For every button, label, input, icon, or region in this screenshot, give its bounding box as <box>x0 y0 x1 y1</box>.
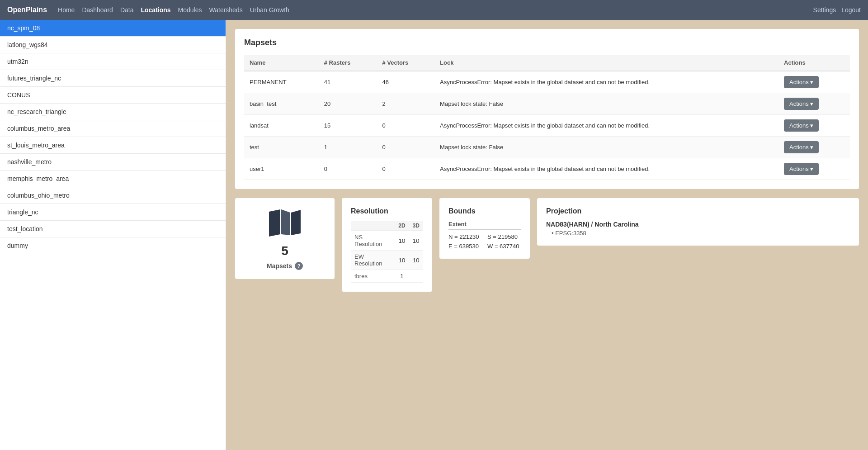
res-ew-label: EW Resolution <box>351 251 395 270</box>
projection-card: Projection NAD83(HARN) / North Carolina … <box>537 198 859 246</box>
table-row: basin_test 20 2 Mapset lock state: False… <box>244 93 850 115</box>
sidebar: nc_spm_08 latlong_wgs84 utm32n futures_t… <box>0 20 226 450</box>
svg-marker-1 <box>281 209 290 235</box>
content-area: Mapsets Name # Rasters # Vectors Lock Ac… <box>226 20 868 450</box>
res-col-2d: 2D <box>395 221 409 231</box>
svg-marker-0 <box>269 209 280 237</box>
cell-rasters: 20 <box>319 93 377 115</box>
nav-data[interactable]: Data <box>120 5 134 15</box>
nav-links: Home Dashboard Data Locations Modules Wa… <box>58 5 813 15</box>
resolution-table: 2D 3D NS Resolution 10 10 EW Resolution … <box>351 221 423 283</box>
nav-dashboard[interactable]: Dashboard <box>82 5 113 15</box>
cell-vectors: 46 <box>377 71 434 93</box>
map-icon <box>267 207 303 240</box>
projection-name: NAD83(HARN) / North Carolina <box>546 221 850 228</box>
sidebar-item-st_louis_metro_area[interactable]: st_louis_metro_area <box>0 137 226 154</box>
cell-vectors: 2 <box>377 93 434 115</box>
extent-label: Extent <box>448 221 521 230</box>
bounds-w: W = 637740 <box>487 243 521 250</box>
logout-link[interactable]: Logout <box>841 6 861 14</box>
actions-button-4[interactable]: Actions ▾ <box>784 163 819 175</box>
sidebar-item-utm32n[interactable]: utm32n <box>0 53 226 70</box>
actions-button-2[interactable]: Actions ▾ <box>784 119 819 132</box>
sidebar-item-memphis_metro_area[interactable]: memphis_metro_area <box>0 171 226 187</box>
res-row-tbres: tbres 1 <box>351 270 423 283</box>
cell-lock: AsyncProcessError: Mapset exists in the … <box>434 115 778 137</box>
mapsets-count: 5 <box>281 244 288 258</box>
cell-name: user1 <box>244 158 319 180</box>
cell-rasters: 1 <box>319 137 377 158</box>
table-row: user1 0 0 AsyncProcessError: Mapset exis… <box>244 158 850 180</box>
cell-actions: Actions ▾ <box>778 71 850 93</box>
col-rasters: # Rasters <box>319 55 377 71</box>
mapsets-label-row: Mapsets ? <box>267 262 303 270</box>
bounds-n: N = 221230 <box>448 233 482 240</box>
sidebar-item-nc_research_triangle[interactable]: nc_research_triangle <box>0 104 226 120</box>
res-tbres-2d: 1 <box>395 270 409 283</box>
bounds-title: Bounds <box>448 207 521 215</box>
sidebar-item-columbus_ohio_metro[interactable]: columbus_ohio_metro <box>0 187 226 204</box>
cell-actions: Actions ▾ <box>778 158 850 180</box>
nav-watersheds[interactable]: Watersheds <box>209 5 243 15</box>
main-layout: nc_spm_08 latlong_wgs84 utm32n futures_t… <box>0 20 868 450</box>
table-row: landsat 15 0 AsyncProcessError: Mapset e… <box>244 115 850 137</box>
sidebar-item-dummy[interactable]: dummy <box>0 237 226 254</box>
sidebar-item-nashville_metro[interactable]: nashville_metro <box>0 154 226 171</box>
nav-modules[interactable]: Modules <box>178 5 202 15</box>
actions-button-3[interactable]: Actions ▾ <box>784 141 819 153</box>
cell-lock: AsyncProcessError: Mapset exists in the … <box>434 158 778 180</box>
cell-vectors: 0 <box>377 115 434 137</box>
sidebar-item-test_location[interactable]: test_location <box>0 221 226 237</box>
projection-title: Projection <box>546 207 850 215</box>
bounds-grid: N = 221230 S = 219580 E = 639530 W = 637… <box>448 233 521 250</box>
res-ew-2d: 10 <box>395 251 409 270</box>
cell-actions: Actions ▾ <box>778 115 850 137</box>
table-row: test 1 0 Mapset lock state: False Action… <box>244 137 850 158</box>
mapsets-icon-card: 5 Mapsets ? <box>235 198 335 279</box>
brand-logo: OpenPlains <box>7 6 47 14</box>
cell-name: test <box>244 137 319 158</box>
mapsets-help-button[interactable]: ? <box>295 262 303 270</box>
table-row: PERMANENT 41 46 AsyncProcessError: Mapse… <box>244 71 850 93</box>
cell-name: landsat <box>244 115 319 137</box>
mapsets-card: Mapsets Name # Rasters # Vectors Lock Ac… <box>235 29 859 189</box>
cell-actions: Actions ▾ <box>778 137 850 158</box>
actions-button-0[interactable]: Actions ▾ <box>784 76 819 88</box>
resolution-title: Resolution <box>351 207 423 215</box>
nav-home[interactable]: Home <box>58 5 75 15</box>
res-col-3d: 3D <box>409 221 423 231</box>
sidebar-item-futures_triangle_nc[interactable]: futures_triangle_nc <box>0 70 226 87</box>
cell-name: PERMANENT <box>244 71 319 93</box>
col-actions: Actions <box>778 55 850 71</box>
sidebar-item-columbus_metro_area[interactable]: columbus_metro_area <box>0 120 226 137</box>
cell-rasters: 0 <box>319 158 377 180</box>
sidebar-item-latlong_wgs84[interactable]: latlong_wgs84 <box>0 37 226 53</box>
cell-lock: Mapset lock state: False <box>434 137 778 158</box>
settings-link[interactable]: Settings <box>813 6 836 14</box>
cell-name: basin_test <box>244 93 319 115</box>
res-row-ew: EW Resolution 10 10 <box>351 251 423 270</box>
bounds-card: Bounds Extent N = 221230 S = 219580 E = … <box>439 198 530 259</box>
nav-locations[interactable]: Locations <box>141 5 170 15</box>
res-ns-label: NS Resolution <box>351 231 395 251</box>
col-name: Name <box>244 55 319 71</box>
sidebar-item-triangle_nc[interactable]: triangle_nc <box>0 204 226 221</box>
projection-epsg: EPSG:3358 <box>546 230 850 237</box>
sidebar-item-nc_spm_08[interactable]: nc_spm_08 <box>0 20 226 37</box>
bounds-s: S = 219580 <box>487 233 521 240</box>
cell-lock: Mapset lock state: False <box>434 93 778 115</box>
resolution-card: Resolution 2D 3D NS Resolution 10 <box>342 198 432 292</box>
res-tbres-3d <box>409 270 423 283</box>
cell-vectors: 0 <box>377 137 434 158</box>
bounds-e: E = 639530 <box>448 243 482 250</box>
sidebar-item-conus[interactable]: CONUS <box>0 87 226 104</box>
nav-urban-growth[interactable]: Urban Growth <box>250 5 289 15</box>
cell-lock: AsyncProcessError: Mapset exists in the … <box>434 71 778 93</box>
actions-button-1[interactable]: Actions ▾ <box>784 98 819 110</box>
nav-right: Settings Logout <box>813 6 861 14</box>
svg-marker-2 <box>291 210 301 235</box>
res-ns-3d: 10 <box>409 231 423 251</box>
cell-actions: Actions ▾ <box>778 93 850 115</box>
cell-rasters: 41 <box>319 71 377 93</box>
mapsets-table: Name # Rasters # Vectors Lock Actions PE… <box>244 55 850 180</box>
